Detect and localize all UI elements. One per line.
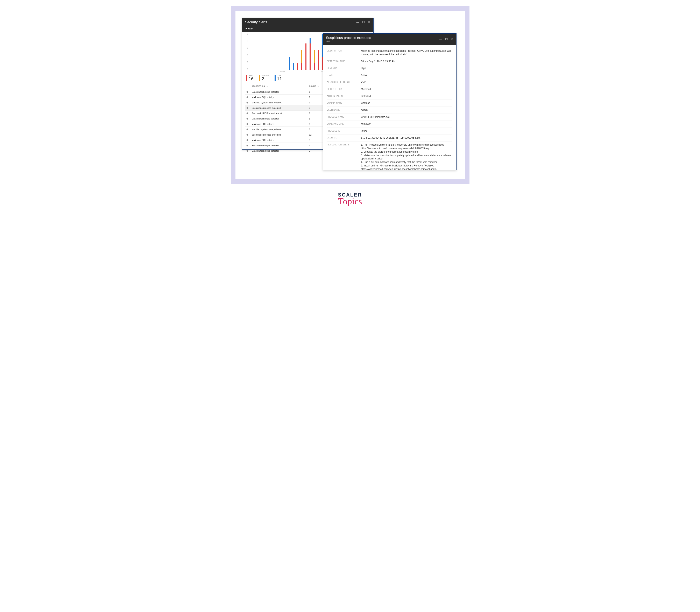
- field-value: 1. Run Process Explorer and try to ident…: [361, 143, 453, 170]
- detail-field: REMEDIATION STEPS1. Run Process Explorer…: [327, 141, 453, 170]
- field-label: ACTION TAKEN: [327, 95, 358, 98]
- cell-description: Malicious SQL activity: [250, 121, 308, 127]
- field-label: PROCESS ID: [327, 129, 358, 133]
- severity-high-bar-icon: [246, 75, 247, 81]
- alert-icon: ◑: [245, 95, 250, 100]
- detail-field: SEVERITYHigh: [327, 65, 453, 72]
- field-label: PROCESS NAME: [327, 115, 358, 119]
- field-label: DETECTION TIME: [327, 60, 358, 63]
- pane-subtitle: VM2: [326, 40, 440, 43]
- maximize-icon[interactable]: ☐: [445, 38, 448, 41]
- detail-field: PROCESS NAMEC:\WCE\x64\mimikatz.exe: [327, 113, 453, 121]
- field-label: DESCRIPTION: [327, 49, 358, 56]
- cell-description: Evasion technique detected: [250, 116, 308, 121]
- cell-description: Malicious SQL activity: [250, 137, 308, 143]
- alert-icon: ◑: [245, 148, 250, 153]
- detail-field: DETECTION TIMEFriday, July 1, 2016 6:13:…: [327, 58, 453, 65]
- cell-description: Evasion technique detected: [250, 89, 308, 95]
- detail-field: PROCESS ID0xce0: [327, 127, 453, 135]
- severity-high[interactable]: HIGH 16: [246, 74, 254, 82]
- window-controls: — ☐ ✕: [356, 20, 370, 24]
- detail-field: USER NAMEadmin: [327, 107, 453, 113]
- outer-frame: Security alerts — ☐ ✕ ▾ Filter 543210 19…: [231, 6, 470, 184]
- pane-title: Security alerts: [245, 20, 356, 24]
- close-icon[interactable]: ✕: [368, 20, 370, 24]
- cell-description: Suspicious process executed: [250, 105, 308, 111]
- detail-field: ATTACKED RESOURCEVM2: [327, 79, 453, 86]
- field-value: C:\WCE\x64\mimikatz.exe: [361, 115, 453, 119]
- column-header[interactable]: DESCRIPTION︿: [250, 83, 308, 89]
- alert-icon: ◑: [245, 116, 250, 121]
- close-icon[interactable]: ✕: [451, 38, 453, 41]
- field-value: S-1-5-21-3006945142-3626217857-164030230…: [361, 136, 453, 140]
- maximize-icon[interactable]: ☐: [362, 20, 365, 24]
- logo-bottom-text: Topics: [6, 196, 694, 207]
- alert-detail-pane: Suspicious process executed VM2 — ☐ ✕ DE…: [323, 33, 457, 170]
- cell-description: Malicious SQL activity: [250, 95, 308, 100]
- field-value: Detected: [361, 95, 453, 98]
- alert-icon: ◑: [245, 100, 250, 105]
- field-value: VM2: [361, 81, 453, 84]
- alert-icon: ◑: [245, 105, 250, 111]
- severity-low-bar-icon: [274, 75, 275, 81]
- alert-icon: ◑: [245, 137, 250, 143]
- cell-description: Evasion technique detected: [250, 148, 308, 153]
- field-value: Machine logs indicate that the suspiciou…: [361, 49, 453, 56]
- pane-header: Suspicious process executed VM2 — ☐ ✕: [323, 34, 456, 45]
- field-value: mimikatz: [361, 122, 453, 126]
- detail-field: USER SIDS-1-5-21-3006945142-3626217857-1…: [327, 134, 453, 141]
- cell-description: Modified system binary disco...: [250, 127, 308, 132]
- field-value: Contoso: [361, 101, 453, 105]
- window-controls: — ☐ ✕: [440, 38, 453, 41]
- scaler-topics-logo: SCALER Topics: [6, 192, 694, 207]
- field-value: 0xce0: [361, 129, 453, 133]
- severity-high-value: 16: [248, 76, 254, 82]
- detail-field: DOMAIN NAMEContoso: [327, 99, 453, 107]
- filter-icon: ▾: [245, 27, 247, 30]
- field-value: Friday, July 1, 2016 6:13:58 AM: [361, 60, 453, 63]
- field-value: admin: [361, 108, 453, 112]
- minimize-icon[interactable]: —: [440, 38, 442, 41]
- severity-low-value: 11: [277, 76, 282, 82]
- field-value: High: [361, 67, 453, 70]
- pane-header: Security alerts — ☐ ✕: [242, 18, 373, 26]
- filter-bar[interactable]: ▾ Filter: [242, 26, 373, 32]
- inner-frame: Security alerts — ☐ ✕ ▾ Filter 543210 19…: [239, 15, 461, 175]
- severity-medium[interactable]: MEDIUM 2: [259, 74, 269, 82]
- alert-icon: ◑: [245, 111, 250, 116]
- field-value: Active: [361, 73, 453, 77]
- field-label: SEVERITY: [327, 67, 358, 70]
- filter-label: Filter: [248, 27, 254, 30]
- detail-field: STATEActive: [327, 72, 453, 79]
- severity-medium-bar-icon: [259, 75, 260, 81]
- detail-field: ACTION TAKENDetected: [327, 93, 453, 100]
- alert-icon: ◑: [245, 143, 250, 148]
- detail-field: DETECTED BYMicrosoft: [327, 86, 453, 93]
- field-label: REMEDIATION STEPS: [327, 143, 358, 170]
- alert-icon: ◑: [245, 127, 250, 132]
- pane-title: Suspicious process executed: [326, 36, 440, 40]
- field-label: DETECTED BY: [327, 87, 358, 91]
- severity-high-label: HIGH: [248, 74, 254, 76]
- field-label: COMMAND LINE: [327, 122, 358, 126]
- detail-field: COMMAND LINEmimikatz: [327, 121, 453, 127]
- severity-low-label: LOW: [277, 74, 282, 76]
- minimize-icon[interactable]: —: [356, 20, 359, 24]
- field-label: USER SID: [327, 136, 358, 140]
- cell-description: Evasion technique detected: [250, 143, 308, 148]
- alert-icon: ◑: [245, 132, 250, 137]
- severity-medium-value: 2: [261, 76, 269, 82]
- cell-description: Modified system binary disco...: [250, 100, 308, 105]
- cell-description: Suspicious process executed: [250, 132, 308, 137]
- alert-icon: ◑: [245, 121, 250, 127]
- cell-description: Successful RDP brute force att...: [250, 111, 308, 116]
- severity-low[interactable]: LOW 11: [274, 74, 282, 82]
- mid-frame: Security alerts — ☐ ✕ ▾ Filter 543210 19…: [235, 11, 465, 179]
- field-label: STATE: [327, 73, 358, 77]
- detail-body[interactable]: DESCRIPTIONMachine logs indicate that th…: [323, 45, 456, 170]
- field-label: DOMAIN NAME: [327, 101, 358, 105]
- field-label: ATTACKED RESOURCE: [327, 81, 358, 84]
- severity-medium-label: MEDIUM: [261, 74, 269, 76]
- detail-field: DESCRIPTIONMachine logs indicate that th…: [327, 47, 453, 58]
- field-label: USER NAME: [327, 108, 358, 112]
